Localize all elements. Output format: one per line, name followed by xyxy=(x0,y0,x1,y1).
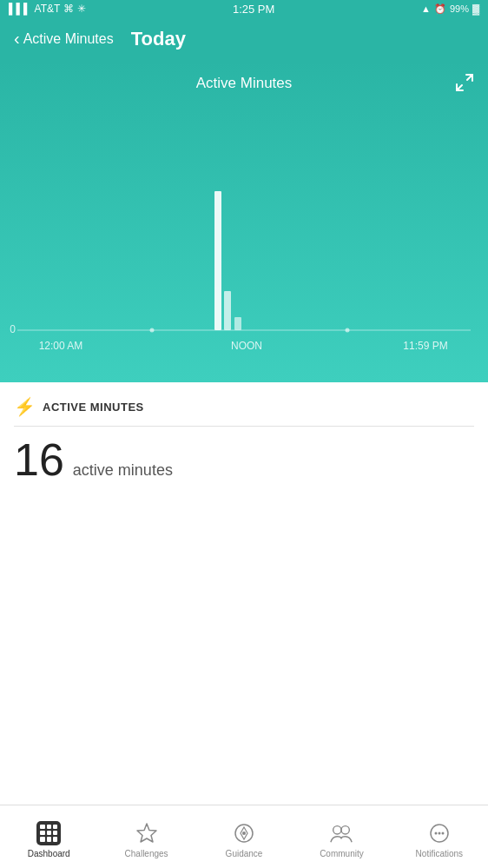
carrier-label: AT&T xyxy=(35,3,61,15)
section-header: ⚡ ACTIVE MINUTES xyxy=(14,396,474,427)
tab-dashboard-label: Dashboard xyxy=(28,849,70,858)
svg-text:12:00 AM: 12:00 AM xyxy=(39,340,83,352)
tab-notifications[interactable]: Notifications xyxy=(391,816,488,858)
activity-icon: ✳ xyxy=(77,3,86,15)
svg-point-18 xyxy=(441,832,444,834)
wifi-icon: ⌘ xyxy=(63,3,74,15)
tab-dashboard[interactable]: Dashboard xyxy=(0,816,97,858)
status-right: ▲ ⏰ 99% ▓ xyxy=(421,3,479,15)
chart-svg-wrapper: 0 12:00 AM NOON 11:59 PM xyxy=(0,122,488,382)
status-left: ▌▌▌ AT&T ⌘ ✳ xyxy=(9,3,86,15)
back-label: Active Minutes xyxy=(23,31,114,47)
stat-value: 16 xyxy=(14,437,64,482)
alarm-icon: ⏰ xyxy=(434,3,446,15)
back-button[interactable]: ‹ Active Minutes xyxy=(14,31,114,47)
community-icon xyxy=(329,821,353,845)
dashboard-icon xyxy=(36,821,61,845)
tab-guidance-label: Guidance xyxy=(226,849,263,858)
chart-svg: 0 12:00 AM NOON 11:59 PM xyxy=(0,122,488,382)
svg-point-13 xyxy=(333,825,341,833)
expand-icon[interactable] xyxy=(455,73,474,96)
challenges-icon xyxy=(135,821,159,845)
notifications-icon xyxy=(427,821,452,845)
svg-rect-8 xyxy=(224,291,231,330)
chart-area: Active Minutes 0 12:00 AM NOON 11:59 PM xyxy=(0,61,488,382)
battery-label: 99% xyxy=(450,3,469,14)
nav-header: ‹ Active Minutes Today xyxy=(0,17,488,61)
section-title: ACTIVE MINUTES xyxy=(43,401,144,414)
guidance-icon xyxy=(232,821,256,845)
svg-point-14 xyxy=(341,825,349,833)
stat-row: 16 active minutes xyxy=(14,437,474,482)
svg-point-1 xyxy=(150,328,155,333)
status-bar: ▌▌▌ AT&T ⌘ ✳ 1:25 PM ▲ ⏰ 99% ▓ xyxy=(0,0,488,17)
svg-text:NOON: NOON xyxy=(231,340,262,352)
lightning-icon: ⚡ xyxy=(14,396,36,417)
signal-icon: ▌▌▌ xyxy=(9,3,31,15)
status-time: 1:25 PM xyxy=(233,3,274,16)
battery-icon: ▓ xyxy=(472,3,479,14)
tab-bar: Dashboard Challenges Guidance xyxy=(0,805,488,868)
tab-challenges[interactable]: Challenges xyxy=(97,816,195,858)
svg-point-17 xyxy=(438,832,440,834)
tab-community[interactable]: Community xyxy=(293,816,390,858)
svg-rect-9 xyxy=(234,317,241,330)
tab-community-label: Community xyxy=(320,849,364,858)
tab-notifications-label: Notifications xyxy=(416,849,463,858)
svg-marker-10 xyxy=(137,824,156,842)
svg-rect-7 xyxy=(214,191,221,330)
svg-text:11:59 PM: 11:59 PM xyxy=(403,340,447,352)
svg-point-2 xyxy=(346,328,350,333)
svg-point-12 xyxy=(242,832,246,835)
tab-guidance[interactable]: Guidance xyxy=(195,816,293,858)
back-chevron-icon: ‹ xyxy=(14,30,20,47)
stat-unit: active minutes xyxy=(73,461,173,480)
content-area: ⚡ ACTIVE MINUTES 16 active minutes xyxy=(0,382,488,482)
chart-title: Active Minutes xyxy=(0,61,488,92)
page-title: Today xyxy=(131,28,186,50)
svg-text:0: 0 xyxy=(10,323,16,335)
location-icon: ▲ xyxy=(421,3,431,14)
svg-point-16 xyxy=(434,832,437,834)
tab-challenges-label: Challenges xyxy=(125,849,168,858)
